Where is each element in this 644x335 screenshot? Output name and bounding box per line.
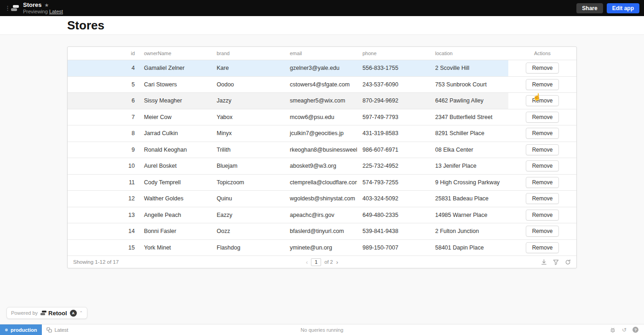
column-header-actions: Actions <box>508 51 576 56</box>
cell-location: 14985 Warner Place <box>430 207 508 223</box>
cell-brand: Oodoo <box>211 77 284 93</box>
powered-by-label: Powered by <box>11 310 38 316</box>
table-body: 4 Gamaliel Zelner Kare gzelner3@yale.edu… <box>68 60 576 256</box>
remove-button[interactable]: Remove <box>526 128 559 139</box>
debug-bug-icon[interactable] <box>610 327 616 333</box>
remove-button[interactable]: Remove <box>526 62 559 74</box>
pagination: ‹ of 2 › <box>306 258 338 266</box>
showing-count-label: Showing 1-12 of 17 <box>73 259 119 265</box>
table-row[interactable]: 8 Jarrad Culkin Minyx jculkin7@geocities… <box>68 125 576 142</box>
refresh-icon[interactable] <box>565 259 571 265</box>
cell-location: 13 Jenifer Place <box>430 158 508 174</box>
table-row[interactable]: 6 Sissy Meagher Jazzy smeagher5@wix.com … <box>68 92 576 109</box>
remove-button[interactable]: Remove <box>526 112 559 123</box>
retool-logo-icon[interactable] <box>11 5 19 11</box>
remove-button[interactable]: Remove <box>526 242 559 253</box>
column-header-location[interactable]: location <box>430 51 508 56</box>
history-icon[interactable]: ↺ <box>621 327 627 333</box>
top-bar: ⋮ Stores ★ Previewing Latest Share Edit … <box>0 0 644 16</box>
cell-email: jculkin7@geocities.jp <box>284 125 357 142</box>
table-row[interactable]: 5 Cari Stowers Oodoo cstowers4@sfgate.co… <box>68 76 576 93</box>
version-link[interactable]: Latest <box>49 9 63 14</box>
remove-button[interactable]: Remove <box>526 177 559 188</box>
cell-ownername: Sissy Meagher <box>138 93 211 109</box>
remove-button[interactable]: Remove <box>526 210 559 221</box>
cell-id: 13 <box>68 207 138 223</box>
remove-button[interactable]: Remove <box>526 226 559 237</box>
chevron-up-icon[interactable]: ⌃ <box>80 311 83 315</box>
prev-page-icon[interactable]: ‹ <box>306 259 308 265</box>
status-bar: production Latest No queries running ↺ ? <box>0 324 644 335</box>
table-row[interactable]: 14 Bonni Fasler Oozz bfaslerd@tinyurl.co… <box>68 223 576 239</box>
cell-brand: Bluejam <box>211 158 284 174</box>
cell-phone: 431-319-8583 <box>357 125 430 142</box>
download-icon[interactable] <box>541 259 547 265</box>
page-title: Stores <box>67 18 104 33</box>
cell-actions: Remove <box>508 223 576 239</box>
page-number-input[interactable] <box>311 258 321 266</box>
cell-phone: 243-537-6090 <box>357 77 430 93</box>
cell-actions: Remove <box>508 158 576 174</box>
table-footer: Showing 1-12 of 17 ‹ of 2 › <box>68 256 576 268</box>
column-header-brand[interactable]: brand <box>211 51 284 56</box>
retool-mark-icon <box>40 311 46 316</box>
cell-phone: 989-150-7007 <box>357 240 430 256</box>
cell-actions: Remove <box>508 142 576 158</box>
cell-email: mcow6@psu.edu <box>284 109 357 125</box>
table-row[interactable]: 7 Meier Cow Yabox mcow6@psu.edu 597-749-… <box>68 109 576 125</box>
cell-location: 08 Elka Center <box>430 142 508 158</box>
environment-selector[interactable]: production <box>0 324 42 335</box>
column-header-ownername[interactable]: ownerName <box>138 51 211 56</box>
cell-actions: Remove <box>508 77 576 93</box>
cell-actions: Remove <box>508 109 576 125</box>
statusbar-version[interactable]: Latest <box>46 327 68 333</box>
powered-by-badge[interactable]: Powered by Retool A ⌃ <box>6 307 87 319</box>
app-title: Stores <box>23 2 41 9</box>
cell-actions: Remove <box>508 175 576 191</box>
share-button[interactable]: Share <box>576 3 603 13</box>
favorite-star-icon[interactable]: ★ <box>44 2 49 8</box>
cell-location: 6462 Pawling Alley <box>430 93 508 109</box>
remove-button[interactable]: Remove <box>526 144 559 155</box>
column-header-email[interactable]: email <box>284 51 357 56</box>
cell-phone: 870-294-9692 <box>357 93 430 109</box>
filter-icon[interactable] <box>553 259 559 265</box>
cell-phone: 574-793-7255 <box>357 175 430 191</box>
remove-button[interactable]: Remove <box>526 79 559 90</box>
column-header-id[interactable]: id <box>68 51 138 56</box>
cell-location: 2347 Butterfield Street <box>430 109 508 125</box>
table-row[interactable]: 15 York Minet Flashdog yminete@un.org 98… <box>68 239 576 256</box>
cell-id: 6 <box>68 93 138 109</box>
remove-button[interactable]: Remove <box>526 95 559 106</box>
help-icon[interactable]: ? <box>632 327 638 333</box>
cell-actions: Remove <box>508 125 576 142</box>
edit-app-button[interactable]: Edit app <box>607 3 639 13</box>
table-row[interactable]: 11 Cody Temprell Topiczoom ctemprella@cl… <box>68 174 576 191</box>
cell-ownername: Cari Stowers <box>138 77 211 93</box>
column-header-phone[interactable]: phone <box>357 51 430 56</box>
cell-location: 2 Fulton Junction <box>430 223 508 239</box>
table-row[interactable]: 4 Gamaliel Zelner Kare gzelner3@yale.edu… <box>68 60 576 76</box>
cell-email: wgoldesb@shinystat.com <box>284 191 357 207</box>
cell-id: 7 <box>68 109 138 125</box>
next-page-icon[interactable]: › <box>336 259 338 265</box>
cell-phone: 986-607-6971 <box>357 142 430 158</box>
table-row[interactable]: 13 Angelle Peach Eazzy apeachc@irs.gov 6… <box>68 207 576 223</box>
cell-actions: Remove <box>508 93 576 109</box>
cell-ownername: Aurel Bosket <box>138 158 211 174</box>
cell-email: cstowers4@sfgate.com <box>284 77 357 93</box>
previewing-label: Previewing <box>23 9 48 14</box>
cell-actions: Remove <box>508 191 576 207</box>
table-row[interactable]: 10 Aurel Bosket Bluejam abosket9@w3.org … <box>68 158 576 174</box>
table-row[interactable]: 9 Ronald Keoghan Trilith rkeoghan8@busin… <box>68 142 576 158</box>
cell-id: 8 <box>68 125 138 142</box>
table-row[interactable]: 12 Walther Goldes Quinu wgoldesb@shinyst… <box>68 190 576 207</box>
kebab-menu-icon[interactable]: ⋮ <box>5 5 9 11</box>
remove-button[interactable]: Remove <box>526 160 559 171</box>
topbar-actions: Share Edit app <box>576 3 639 13</box>
cell-id: 14 <box>68 223 138 239</box>
avatar[interactable]: A <box>70 310 77 317</box>
cell-brand: Yabox <box>211 109 284 125</box>
remove-button[interactable]: Remove <box>526 193 559 204</box>
cell-email: abosket9@w3.org <box>284 158 357 174</box>
